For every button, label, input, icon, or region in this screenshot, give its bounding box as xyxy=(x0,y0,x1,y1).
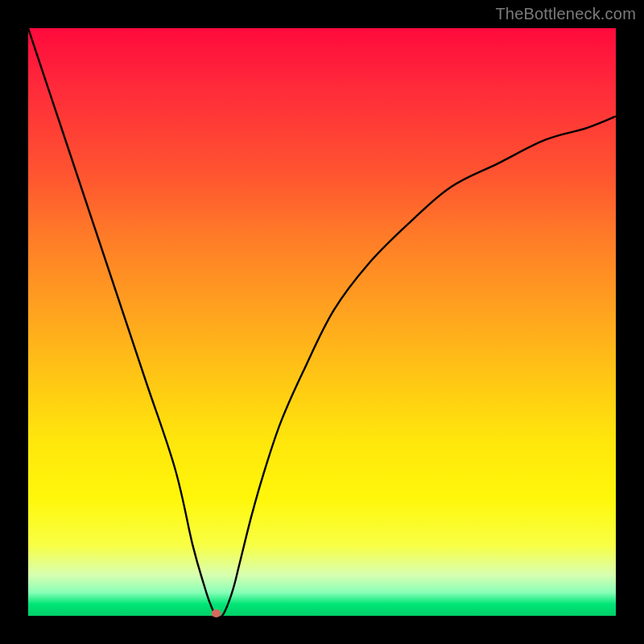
minimum-marker xyxy=(212,609,221,617)
chart-frame: TheBottleneck.com xyxy=(0,0,644,644)
chart-svg xyxy=(28,28,616,616)
bottleneck-curve xyxy=(28,28,616,617)
plot-area xyxy=(28,28,616,616)
watermark-label: TheBottleneck.com xyxy=(495,5,636,23)
